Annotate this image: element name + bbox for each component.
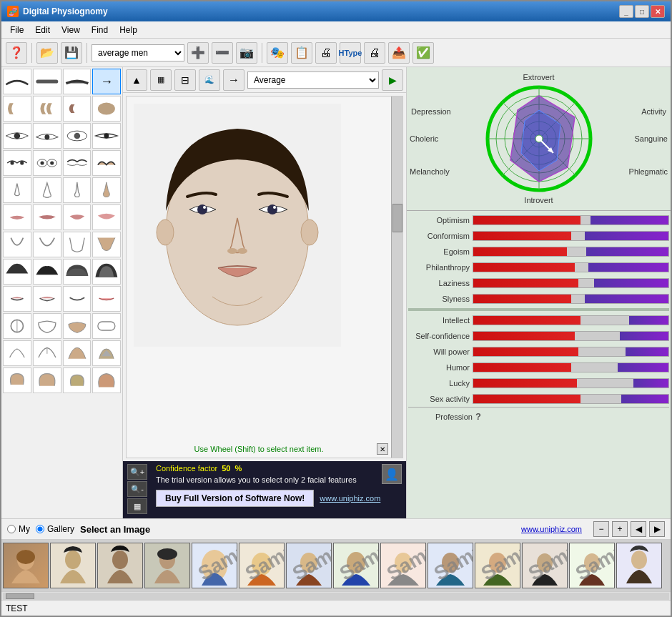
feature-lip2[interactable] — [33, 204, 61, 230]
menu-find[interactable]: Find — [86, 24, 114, 36]
gallery-thumb-11[interactable]: Sample — [475, 543, 520, 588]
feature-lip4[interactable] — [92, 204, 121, 230]
feature-misc1[interactable] — [3, 313, 31, 339]
face-scrollbar[interactable] — [391, 97, 402, 458]
gallery-prev-button[interactable]: ◀ — [631, 521, 646, 537]
buy-full-version-button[interactable]: Buy Full Version of Software Now! — [156, 490, 314, 507]
gallery-thumb-4[interactable] — [144, 543, 190, 588]
face-scan-icon[interactable]: 🎭 — [267, 42, 288, 64]
feature-che1[interactable] — [3, 367, 31, 393]
feature-chin4[interactable] — [92, 232, 121, 257]
feature-chin1[interactable] — [3, 232, 31, 257]
feature-brow1[interactable] — [3, 69, 31, 94]
feature-che4[interactable] — [92, 367, 121, 393]
feature-nose3[interactable] — [63, 177, 92, 203]
trial-zoom-out-button[interactable]: 🔍- — [127, 481, 147, 497]
menu-help[interactable]: Help — [114, 24, 143, 36]
gallery-scroll-thumb[interactable] — [6, 593, 34, 599]
gallery-gallery-option[interactable]: Gallery — [36, 524, 74, 534]
scroll-thumb[interactable] — [392, 204, 402, 232]
feature-nose4[interactable] — [92, 177, 121, 203]
gallery-thumb-10[interactable]: Sample — [428, 543, 473, 588]
feature-eye8[interactable] — [92, 150, 121, 176]
feature-misc3[interactable] — [63, 313, 92, 339]
feature-mou2[interactable] — [33, 286, 61, 312]
feature-lip1[interactable] — [3, 204, 31, 230]
gallery-plus-button[interactable]: + — [612, 521, 628, 537]
webcam-icon[interactable]: 📷 — [236, 42, 257, 64]
gallery-next-button[interactable]: ▶ — [649, 521, 665, 537]
feature-ear1[interactable] — [3, 96, 31, 122]
feature-misc2[interactable] — [33, 313, 61, 339]
my-radio[interactable] — [7, 525, 16, 533]
feature-wri4[interactable] — [92, 340, 121, 366]
feature-wri2[interactable] — [33, 340, 61, 366]
feature-hair2[interactable] — [33, 259, 61, 285]
website-link[interactable]: www.uniphiz.com — [320, 494, 380, 503]
remove-preset-icon[interactable]: ➖ — [212, 42, 233, 64]
gallery-thumb-8[interactable]: Sample — [333, 543, 379, 588]
feature-lip3[interactable] — [63, 204, 92, 230]
feature-hair4[interactable] — [92, 259, 121, 285]
face-tb-icon2[interactable]: ▦ — [150, 69, 172, 91]
gallery-minus-button[interactable]: − — [593, 521, 609, 537]
minimize-button[interactable]: _ — [619, 5, 633, 18]
feature-wri3[interactable] — [63, 340, 92, 366]
gallery-scrollbar[interactable] — [1, 591, 671, 600]
feature-brow3[interactable] — [63, 69, 92, 94]
feature-chin2[interactable] — [33, 232, 61, 257]
feature-che3[interactable] — [63, 367, 92, 393]
save-icon[interactable]: 💾 — [61, 42, 82, 64]
preset-dropdown[interactable]: average men average women custom — [92, 44, 184, 61]
face-arrow-icon[interactable]: → — [223, 69, 244, 91]
feature-eye5[interactable] — [3, 150, 31, 176]
feature-hair1[interactable] — [3, 259, 31, 285]
feature-eye2[interactable] — [33, 123, 61, 149]
add-preset-icon[interactable]: ➕ — [187, 42, 209, 64]
printer2-icon[interactable]: 🖨 — [364, 42, 385, 64]
feature-che2[interactable] — [33, 367, 61, 393]
maximize-button[interactable]: □ — [635, 5, 649, 18]
gallery-radio[interactable] — [36, 525, 44, 533]
feature-forward[interactable]: → — [92, 69, 121, 94]
type-icon[interactable]: HType — [340, 42, 361, 64]
gallery-thumb-13[interactable]: Sample — [569, 543, 615, 588]
face-tb-icon4[interactable]: 🌊 — [199, 69, 220, 91]
gallery-thumb-12[interactable]: Sample — [522, 543, 568, 588]
gallery-my-option[interactable]: My — [7, 524, 30, 534]
face-tb-icon3[interactable]: ⊟ — [174, 69, 196, 91]
menu-file[interactable]: File — [4, 24, 29, 36]
trial-grid-button[interactable]: ▦ — [127, 498, 147, 514]
feature-chin3[interactable] — [63, 232, 92, 257]
feature-wri1[interactable] — [3, 340, 31, 366]
gallery-thumb-3[interactable] — [97, 543, 143, 588]
menu-edit[interactable]: Edit — [29, 24, 56, 36]
feature-eye7[interactable] — [63, 150, 92, 176]
feature-ear3[interactable] — [63, 96, 92, 122]
gallery-thumb-7[interactable]: Sample — [286, 543, 332, 588]
feature-ear2[interactable] — [33, 96, 61, 122]
open-icon[interactable]: 📂 — [36, 42, 58, 64]
gallery-scroll-track[interactable] — [3, 593, 669, 600]
play-icon[interactable]: ▶ — [382, 69, 403, 91]
export-icon[interactable]: 📤 — [388, 42, 410, 64]
help-toolbar-icon[interactable]: ❓ — [6, 42, 27, 64]
feature-ear4[interactable] — [92, 96, 121, 122]
feature-mou1[interactable] — [3, 286, 31, 312]
feature-mou3[interactable] — [63, 286, 92, 312]
feature-eye4[interactable] — [92, 123, 121, 149]
menu-view[interactable]: View — [56, 24, 86, 36]
close-button[interactable]: ✕ — [651, 5, 665, 18]
gallery-thumb-2[interactable] — [50, 543, 96, 588]
report-icon[interactable]: 📋 — [291, 42, 312, 64]
feature-eye6[interactable] — [33, 150, 61, 176]
gallery-website-link[interactable]: www.uniphiz.com — [521, 525, 582, 533]
feature-eye1[interactable] — [3, 123, 31, 149]
feature-misc4[interactable] — [92, 313, 121, 339]
gallery-thumb-9[interactable]: Sample — [380, 543, 426, 588]
face-tb-icon1[interactable]: ▲ — [126, 69, 147, 91]
feature-nose1[interactable] — [3, 177, 31, 203]
feature-brow2[interactable] — [33, 69, 61, 94]
gallery-thumb-5[interactable]: Sample — [192, 543, 237, 588]
feature-eye3[interactable] — [63, 123, 92, 149]
